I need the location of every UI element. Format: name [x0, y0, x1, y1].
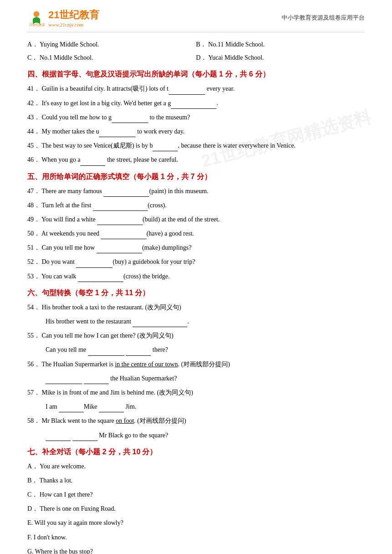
q44-num: 44．	[27, 128, 40, 135]
q43-pre: Could you tell me how to g	[42, 114, 112, 121]
q51-pre: Can you tell me how	[42, 244, 97, 251]
q54-sub: His brother went to the restaurant .	[46, 316, 365, 327]
q48-blank	[93, 204, 148, 211]
q42-post: .	[217, 100, 218, 107]
q57-sub-pre: I am	[46, 403, 59, 410]
section5-title: 五、用所给单词的正确形式填空（每小题 1 分，共 7 分）	[27, 172, 365, 182]
s7-itemB: B． Thanks a lot.	[27, 475, 365, 486]
q43-num: 43．	[27, 114, 40, 121]
q41-pre: Guilin is a beautiful city. It attracts(…	[42, 85, 169, 92]
q43: 43． Could you tell me how to g to the mu…	[27, 112, 365, 123]
q58-sub-post: Mr Black go to the square?	[98, 432, 169, 439]
q44-post: to work every day.	[135, 128, 185, 135]
q49-post: (build) at the end of the street.	[143, 216, 220, 223]
q54-main: 54． His brother took a taxi to the resta…	[27, 302, 365, 313]
q43-blank	[112, 116, 148, 123]
q50-pre: At weekends you need	[41, 230, 101, 237]
logo-url: www.21cnjy.com	[48, 22, 99, 27]
q57-sub: I am Mike Jim.	[46, 401, 365, 412]
q47-num: 47．	[27, 188, 40, 195]
section6-title: 六、句型转换（每空 1 分，共 11 分）	[27, 288, 365, 298]
q48: 48． Turn left at the first (cross).	[27, 200, 365, 211]
q55-sub-pre: Can you tell me	[46, 346, 88, 353]
q41: 41． Guilin is a beautiful city. It attra…	[27, 83, 365, 94]
q56-blank1	[46, 377, 82, 384]
q55-text: Can you tell me how I can get there? (改为…	[42, 332, 174, 339]
q58-sub: Mr Black go to the square?	[46, 430, 365, 441]
q52-num: 52．	[27, 258, 40, 265]
q51-num: 51．	[27, 244, 40, 251]
q58-blank2	[72, 434, 98, 441]
q41-post: every year.	[205, 85, 235, 92]
q57-num: 57．	[27, 389, 40, 396]
option-D: D． Yucai Middle School.	[196, 52, 365, 63]
q53: 53． You can walk (cross) the bridge.	[27, 271, 365, 282]
q53-blank	[78, 275, 124, 282]
q58-main: 58． Mr Black went to the square on foot.…	[27, 415, 365, 426]
q56-pre: The Hualian Supermarket is	[41, 361, 115, 368]
q55-blank1	[88, 349, 124, 356]
q42-blank	[171, 102, 217, 109]
q56-num: 56．	[27, 361, 40, 368]
q57-sub-mid: Mike	[84, 403, 99, 410]
q45-pre: The best way to see Venice(威尼斯) is by b	[41, 142, 153, 149]
q45: 45． The best way to see Venice(威尼斯) is b…	[27, 140, 365, 151]
q58-underline: on foot	[116, 417, 134, 424]
q43-post: to the museum?	[148, 114, 190, 121]
logo-text: 21世纪教育	[48, 9, 99, 21]
q57-main: 57． Mike is in front of me and Jim is be…	[27, 387, 365, 398]
q49-blank	[97, 218, 143, 225]
q53-num: 53．	[27, 273, 40, 280]
q46-post: the street, please be careful.	[105, 156, 178, 163]
q57-blank2	[99, 405, 124, 412]
q45-blank	[153, 144, 178, 151]
q51: 51． Can you tell me how (make) dumplings…	[27, 242, 365, 253]
q49: 49． You will find a white (build) at the…	[27, 214, 365, 225]
q45-post: , because there is water everywhere in V…	[178, 142, 295, 149]
s7-itemD: D． There is one on Fuxing Road.	[27, 503, 365, 514]
q54-sub-post: .	[187, 318, 189, 325]
svg-text:21世纪教育: 21世纪教育	[29, 23, 45, 27]
s7-itemE: E. Will you say it again more slowly?	[27, 517, 365, 528]
s7-itemF: F. I don't know.	[27, 532, 365, 543]
q46-blank	[80, 159, 105, 166]
option-B: B． No.11 Middle School.	[196, 39, 365, 50]
q56-underline: in the centre of our town	[115, 361, 178, 368]
q47-pre: There are many famous	[41, 188, 103, 195]
q45-num: 45．	[27, 142, 40, 149]
q56-sub-post: the Hualian Supermarket?	[109, 375, 177, 382]
s7-itemA: A． You are welcome.	[27, 461, 365, 472]
q44-blank	[99, 130, 135, 137]
q57-blank1	[59, 405, 84, 412]
q49-pre: You will find a white	[41, 216, 97, 223]
q50-blank	[101, 232, 146, 239]
q57-text: Mike is in front of me and Jim is behind…	[42, 389, 193, 396]
q48-post: (cross).	[148, 202, 167, 209]
q47-post: (paint) in this museum.	[149, 188, 208, 195]
q50-post: (have) a good rest.	[146, 230, 194, 237]
q41-blank	[169, 87, 205, 95]
q50: 50． At weekends you need (have) a good r…	[27, 228, 365, 239]
q42-num: 42．	[27, 100, 40, 107]
logo-area: 21世纪教育 21世纪教育 www.21cnjy.com	[27, 8, 99, 27]
q55-main: 55． Can you tell me how I can get there?…	[27, 330, 365, 341]
q52: 52． Do you want (buy) a guidebook for yo…	[27, 256, 365, 267]
q46-pre: When you go a	[41, 156, 80, 163]
q56-sub: the Hualian Supermarket?	[46, 373, 365, 384]
q47: 47． There are many famous (paint) in thi…	[27, 185, 365, 197]
section4-title: 四、根据首字母、句意及汉语提示写出所缺的单词（每小题 1 分，共 6 分）	[27, 70, 365, 79]
q44: 44． My mother takes the u to work every …	[27, 126, 365, 137]
q58-blank1	[46, 434, 71, 441]
q42: 42． It's easy to get lost in a big city.…	[27, 97, 365, 109]
q51-blank	[97, 246, 142, 253]
options-row-1: A． Yuying Middle School. B． No.11 Middle…	[27, 39, 365, 50]
q51-post: (make) dumplings?	[142, 244, 191, 251]
q55-sub: Can you tell me there?	[46, 344, 365, 355]
s7-itemG: G. Where is the bus stop?	[27, 546, 365, 554]
q44-pre: My mother takes the u	[42, 128, 99, 135]
q54-sub-pre: His brother went to the restaurant	[46, 318, 133, 325]
q55-sub-post: there?	[151, 346, 168, 353]
q58-num: 58．	[27, 417, 40, 424]
q46: 46． When you go a the street, please be …	[27, 154, 365, 165]
option-A: A． Yuying Middle School.	[27, 39, 196, 50]
